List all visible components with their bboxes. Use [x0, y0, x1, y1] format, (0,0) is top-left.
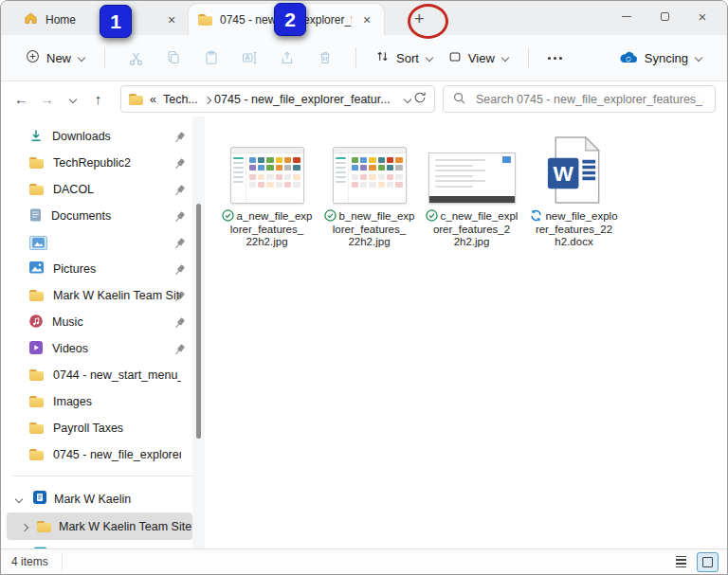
sidebar-item-downloads[interactable]: Downloads: [1, 123, 206, 150]
paste-icon: [204, 50, 219, 65]
file-name: new_file_explo rer_features_22 h2.docx: [530, 209, 617, 249]
tree-item-mark-w-kaelin[interactable]: Mark W Kaelin: [1, 485, 206, 512]
navigation-pane: Downloads TechRepublic2 DACOL Documents: [1, 117, 206, 548]
new-plus-icon: [26, 49, 40, 66]
sidebar-item-pictures[interactable]: Pictures: [1, 256, 206, 282]
file-tile-a-jpg[interactable]: a_new_file_exp lorer_features_ 22h2.jpg: [218, 136, 316, 249]
recent-locations-button[interactable]: [60, 86, 85, 113]
sidebar-item-0744-folder[interactable]: 0744 - new_start_menu_features_2: [1, 362, 206, 388]
cut-icon: [128, 50, 144, 66]
sidebar-item-payroll-taxes[interactable]: Payroll Taxes: [1, 415, 206, 441]
breadcrumb-overflow[interactable]: «: [150, 93, 156, 106]
sidebar-item-videos[interactable]: Videos: [1, 335, 206, 362]
rename-button[interactable]: [230, 50, 268, 65]
jpg-thumbnail: [230, 147, 304, 204]
breadcrumb-item[interactable]: 0745 - new_file_explorer_featur...: [214, 93, 391, 106]
chevron-down-icon: [501, 54, 509, 62]
jpg-thumbnail: [333, 147, 407, 204]
file-list-area: a_new_file_exp lorer_features_ 22h2.jpg: [206, 117, 727, 548]
search-input[interactable]: [474, 92, 705, 107]
syncing-status-icon: [530, 209, 542, 222]
file-grid: a_new_file_exp lorer_features_ 22h2.jpg: [218, 136, 623, 249]
tree-item-team-site-selected[interactable]: Mark W Kaelin Team Site - Docu: [7, 512, 192, 540]
file-tile-docx[interactable]: W new_file_explo rer_features_22 h2.docx: [525, 136, 623, 249]
tab-close-icon[interactable]: ×: [164, 12, 179, 27]
address-dropdown-icon[interactable]: [404, 96, 407, 103]
scrollbar-thumb[interactable]: [196, 204, 201, 439]
folder-icon: [29, 422, 44, 434]
tab-close-icon[interactable]: ×: [359, 12, 374, 27]
file-name: b_new_file_exp lorer_features_ 22h2.jpg: [324, 209, 415, 249]
onedrive-sync-icon: [618, 50, 638, 66]
copy-icon: [166, 50, 181, 65]
pictures-icon: [29, 261, 44, 277]
delete-button[interactable]: [306, 50, 344, 65]
step-badge-2: 2: [274, 3, 306, 36]
copy-button[interactable]: [155, 50, 192, 65]
view-button[interactable]: View: [441, 45, 517, 72]
annotation-circle: [408, 4, 448, 39]
forward-button[interactable]: →: [34, 86, 60, 113]
folder-icon: [29, 157, 44, 169]
sidebar-item-music[interactable]: Music: [1, 309, 206, 335]
file-name: c_new_file_expl orer_features_2 2h2.jpg: [426, 209, 519, 249]
file-tile-b-jpg[interactable]: b_new_file_exp lorer_features_ 22h2.jpg: [320, 136, 418, 249]
folder-icon: [198, 14, 212, 26]
breadcrumb-item[interactable]: Tech...: [163, 93, 198, 106]
chevron-down-icon[interactable]: [12, 495, 26, 503]
details-view-button[interactable]: [670, 552, 692, 572]
window-controls: ×: [608, 1, 721, 32]
sidebar-item-techrepublic2[interactable]: TechRepublic2: [1, 150, 206, 176]
up-button[interactable]: ↑: [85, 86, 111, 113]
command-toolbar: New Sort: [1, 35, 727, 81]
tree-item-this-pc[interactable]: This PC: [1, 540, 206, 548]
chevron-down-icon: [695, 54, 702, 62]
sort-button[interactable]: Sort: [368, 44, 441, 72]
sidebar-item-documents[interactable]: Documents: [1, 203, 206, 229]
delete-icon: [318, 50, 333, 65]
paste-button[interactable]: [192, 50, 230, 65]
folder-icon: [129, 94, 143, 105]
search-icon: [453, 91, 465, 108]
sort-button-label: Sort: [396, 51, 419, 65]
address-box[interactable]: « Tech... 0745 - new_file_explorer_featu…: [120, 85, 435, 113]
selected-image-icon: [29, 236, 47, 250]
chevron-down-icon: [426, 54, 433, 62]
address-bar: ← → ↑ « Tech... 0745 - new_file_explorer…: [1, 81, 727, 117]
refresh-button[interactable]: [413, 91, 427, 107]
step-badge-1: 1: [100, 5, 132, 38]
close-button[interactable]: ×: [683, 1, 721, 32]
share-button[interactable]: [268, 50, 306, 65]
view-button-label: View: [468, 51, 495, 65]
new-button[interactable]: New: [18, 44, 93, 72]
toolbar-separator: [528, 47, 529, 68]
file-tile-c-jpg[interactable]: c_new_file_expl orer_features_2 2h2.jpg: [423, 136, 520, 249]
sidebar-item-team-site[interactable]: Mark W Kaelin Team Site - Do: [1, 282, 206, 309]
sidebar-divider: [12, 476, 194, 476]
downloads-icon: [29, 129, 43, 145]
large-icons-view-button[interactable]: [697, 552, 719, 572]
toolbar-separator: [355, 47, 356, 68]
synced-status-icon: [222, 209, 234, 222]
search-box[interactable]: [443, 85, 716, 113]
pin-icon: [172, 236, 188, 252]
sidebar-item-images[interactable]: Images: [1, 388, 206, 415]
word-document-icon: W: [547, 136, 602, 204]
chevron-right-icon[interactable]: [22, 523, 29, 530]
toolbar-separator: [104, 47, 105, 68]
sidebar-item-unnamed[interactable]: [1, 229, 206, 256]
synced-status-icon: [324, 209, 337, 222]
sidebar-scrollbar[interactable]: [192, 117, 205, 548]
sort-icon: [375, 49, 390, 66]
jpg-thumbnail: [428, 153, 516, 204]
close-icon: ×: [699, 9, 707, 25]
folder-icon: [29, 369, 44, 381]
sidebar-item-0745-folder[interactable]: 0745 - new_file_explorer_features: [1, 441, 206, 468]
cut-button[interactable]: [117, 50, 155, 66]
onedrive-syncing-button[interactable]: Syncing: [610, 45, 710, 72]
back-button[interactable]: ←: [9, 86, 34, 113]
sidebar-item-dacol[interactable]: DACOL: [1, 176, 206, 203]
maximize-button[interactable]: [646, 1, 683, 32]
more-button[interactable]: [540, 51, 570, 65]
minimize-button[interactable]: [608, 1, 646, 32]
